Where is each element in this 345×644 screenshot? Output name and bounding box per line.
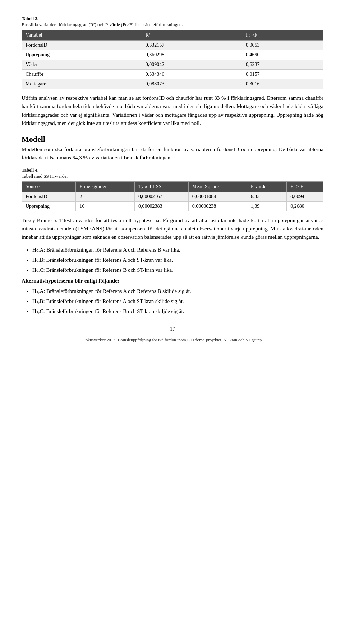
list-item: H₀,B: Bränsleförbrukningen för Referens … (32, 256, 323, 264)
table3-col-r2: R² (142, 30, 242, 41)
page-number: 17 (22, 326, 323, 332)
table-row: FordonsID20,000021670,000010846,330,0094 (22, 192, 323, 201)
table3: Variabel R² Pr >F FordonsID0,3321570,005… (22, 30, 323, 89)
section-modell-para: Modellen som ska förklara bränsleförbruk… (22, 145, 323, 162)
table3-caption-text: Enskilda variablers förklaringsgrad (R²)… (22, 22, 323, 28)
table4-caption-text: Tabell med SS III-värde. (22, 173, 323, 179)
section-modell-heading: Modell (22, 135, 323, 144)
list-item: H₁,C: Bränsleförbrukningen för Referens … (32, 307, 323, 316)
list-item: H₀,C: Bränsleförbrukningen för Referens … (32, 266, 323, 274)
table3-col-prf: Pr >F (242, 30, 323, 41)
list-item: H₀,A: Bränsleförbrukningen för Referens … (32, 246, 323, 254)
table4-caption-label: Tabell 4. (22, 167, 323, 173)
null-hypothesis-list: H₀,A: Bränsleförbrukningen för Referens … (32, 246, 323, 274)
table-row: Upprepning100,000023830,000002381,390,26… (22, 201, 323, 211)
paragraph2: Tukey-Kramer´s T-test användes för att t… (22, 216, 323, 242)
alt-hyp-header: Alternativhypoteserna blir enligt följan… (22, 278, 323, 284)
table-row: Chaufför0,3343460,0157 (22, 70, 323, 79)
footer: Fokusveckor 2013- Bränsleuppföljning för… (22, 335, 323, 343)
list-item: H₁,A: Bränsleförbrukningen för Referens … (32, 287, 323, 295)
table3-col-variabel: Variabel (22, 30, 142, 41)
table4: SourceFrihetsgraderType III SSMean Squar… (22, 181, 323, 211)
table3-caption-label: Tabell 3. (22, 16, 323, 22)
alt-hypothesis-list: H₁,A: Bränsleförbrukningen för Referens … (32, 287, 323, 316)
list-item: H₁,B: Bränsleförbrukningen för Referens … (32, 297, 323, 305)
paragraph1: Utifrån analysen av respektive variabel … (22, 94, 323, 127)
table-row: Mottagare0,0880730,3016 (22, 79, 323, 89)
table-row: Väder0,0090420,6237 (22, 60, 323, 70)
table-row: Upprepning0,3602980,4690 (22, 50, 323, 60)
table-row: FordonsID0,3321570,0053 (22, 41, 323, 50)
